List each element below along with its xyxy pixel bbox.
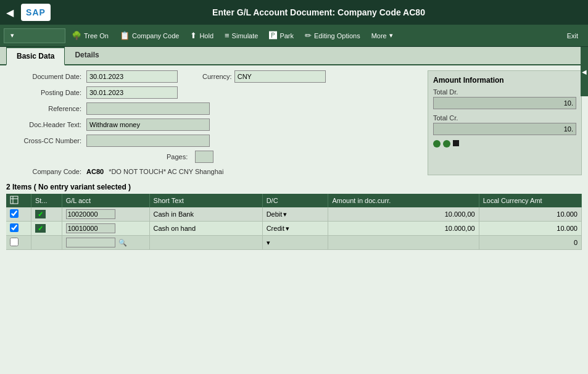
square-icon bbox=[453, 140, 459, 146]
back-button[interactable]: ◀ bbox=[6, 7, 14, 19]
cross-cc-number-input[interactable] bbox=[86, 135, 210, 147]
row3-amount-cell bbox=[328, 236, 479, 250]
hold-icon: ⬆ bbox=[190, 31, 197, 40]
posting-date-input[interactable] bbox=[86, 86, 178, 99]
hold-button[interactable]: ⬆ Hold bbox=[185, 27, 218, 44]
page-title: Enter G/L Account Document: Company Code… bbox=[56, 7, 582, 17]
total-cr-row: Total Cr. 10. bbox=[433, 114, 576, 135]
row1-dc-arrow[interactable]: ▾ bbox=[283, 210, 287, 218]
company-code-form-label: Company Code: bbox=[6, 168, 86, 175]
currency-input[interactable] bbox=[234, 70, 326, 83]
items-section: 2 Items ( No entry variant selected ) St… bbox=[0, 180, 588, 252]
company-code-label: Company Code bbox=[132, 32, 179, 39]
row1-amount-cell: 10.000,00 bbox=[328, 207, 479, 222]
simulate-button[interactable]: ≡ Simulate bbox=[220, 27, 263, 44]
row2-dc-cell: Credit ▾ bbox=[262, 222, 328, 236]
row1-checkbox[interactable] bbox=[10, 209, 19, 218]
exit-button[interactable]: Exit bbox=[561, 31, 584, 41]
svg-rect-0 bbox=[10, 196, 18, 204]
tab-basic-data[interactable]: Basic Data bbox=[6, 47, 65, 65]
table-settings-icon bbox=[10, 196, 19, 204]
toolbar: ▾ 🌳 Tree On 📋 Company Code ⬆ Hold ≡ Simu… bbox=[0, 25, 588, 47]
posting-date-label: Posting Date: bbox=[6, 89, 86, 96]
tree-on-button[interactable]: 🌳 Tree On bbox=[67, 27, 114, 44]
row1-status-cell: ✓ bbox=[31, 207, 62, 222]
row2-dc-value: Credit bbox=[267, 225, 284, 232]
row2-glacct-input[interactable] bbox=[66, 223, 115, 233]
simulate-icon: ≡ bbox=[225, 31, 230, 40]
row3-shorttext-cell bbox=[149, 236, 262, 250]
row1-local-cell: 10.000 bbox=[479, 207, 581, 222]
cross-cc-number-label: Cross-CC Number: bbox=[6, 137, 86, 144]
row2-dc-arrow[interactable]: ▾ bbox=[286, 225, 289, 233]
circle-icon-1 bbox=[433, 140, 441, 148]
app-container: ◀ SAP Enter G/L Account Document: Compan… bbox=[0, 0, 588, 374]
editing-options-button[interactable]: ✏ Editing Options bbox=[300, 27, 365, 44]
col-header-amount: Amount in doc.curr. bbox=[328, 194, 479, 207]
row1-dc-value: Debit bbox=[267, 210, 283, 218]
more-button[interactable]: More ▾ bbox=[366, 27, 398, 44]
pages-row: Pages: bbox=[167, 151, 421, 163]
park-label: Park bbox=[280, 32, 294, 39]
company-code-value: AC80 bbox=[86, 168, 104, 175]
row2-checkbox[interactable] bbox=[10, 223, 19, 232]
tabs: Basic Data Details bbox=[0, 47, 588, 65]
row1-glacct-cell bbox=[62, 207, 149, 222]
amount-info-title: Amount Information bbox=[433, 76, 576, 85]
currency-label: Currency: bbox=[202, 73, 232, 80]
document-date-label: Document Date: bbox=[6, 73, 86, 80]
items-table: St... G/L acct Short Text D/C Amount in … bbox=[6, 194, 582, 250]
col-header-dc: D/C bbox=[262, 194, 328, 207]
company-code-description: *DO NOT TOUCH* AC CNY Shanghai bbox=[109, 168, 223, 175]
row3-glacct-cell: 🔍 bbox=[62, 236, 149, 250]
park-button[interactable]: 🅿 Park bbox=[264, 27, 299, 44]
col-header-local: Local Currency Amt bbox=[479, 194, 581, 207]
form-area: Document Date: Currency: Posting Date: R… bbox=[0, 65, 588, 180]
col-header-shorttext: Short Text bbox=[149, 194, 262, 207]
doc-header-text-input[interactable] bbox=[86, 118, 210, 131]
toolbar-dropdown[interactable]: ▾ bbox=[4, 28, 65, 43]
simulate-label: Simulate bbox=[232, 32, 259, 39]
header-bar: ◀ SAP Enter G/L Account Document: Compan… bbox=[0, 0, 588, 25]
row2-status-icon: ✓ bbox=[35, 224, 46, 233]
row2-amount-cell: 10.000,00 bbox=[328, 222, 479, 236]
row1-checkbox-cell bbox=[6, 207, 31, 222]
row2-glacct-cell bbox=[62, 222, 149, 236]
dropdown-arrow-icon: ▾ bbox=[10, 31, 14, 39]
more-label: More bbox=[371, 32, 387, 39]
row3-dc-cell: ▾ bbox=[262, 236, 328, 250]
col-header-select bbox=[6, 194, 31, 207]
row1-glacct-input[interactable] bbox=[66, 209, 115, 219]
cross-cc-number-row: Cross-CC Number: bbox=[6, 135, 421, 147]
circle-icon-2 bbox=[443, 140, 450, 148]
row2-shorttext-cell: Cash on hand bbox=[149, 222, 262, 236]
reference-input[interactable] bbox=[86, 102, 210, 115]
pages-label: Pages: bbox=[167, 153, 193, 160]
company-code-button[interactable]: 📋 Company Code bbox=[115, 27, 184, 44]
row2-checkbox-cell bbox=[6, 222, 31, 236]
row3-dc-arrow[interactable]: ▾ bbox=[267, 239, 270, 246]
sap-logo: SAP bbox=[21, 4, 51, 21]
document-date-input[interactable] bbox=[86, 70, 178, 83]
editing-options-label: Editing Options bbox=[314, 32, 360, 39]
table-row: ✓ Cash in Bank Debit ▾ 10.000,00 bbox=[6, 207, 582, 222]
editing-options-icon: ✏ bbox=[305, 31, 312, 40]
search-entry-icon[interactable]: 🔍 bbox=[118, 239, 127, 246]
table-header-row: St... G/L acct Short Text D/C Amount in … bbox=[6, 194, 582, 207]
total-dr-label: Total Dr. bbox=[433, 88, 576, 96]
total-dr-row: Total Dr. 10. bbox=[433, 88, 576, 109]
table-row: ✓ Cash on hand Credit ▾ 10.000,00 bbox=[6, 222, 582, 236]
park-icon: 🅿 bbox=[269, 31, 277, 40]
row3-glacct-input[interactable] bbox=[66, 238, 115, 247]
company-code-row: Company Code: AC80 *DO NOT TOUCH* AC CNY… bbox=[6, 168, 421, 175]
total-cr-label: Total Cr. bbox=[433, 114, 576, 122]
items-header: 2 Items ( No entry variant selected ) bbox=[6, 183, 582, 191]
col-header-glacct: G/L acct bbox=[62, 194, 149, 207]
row2-status-cell: ✓ bbox=[31, 222, 62, 236]
table-row-new: 🔍 ▾ 0 bbox=[6, 236, 582, 250]
tab-details[interactable]: Details bbox=[65, 47, 109, 64]
row3-checkbox[interactable] bbox=[10, 238, 19, 246]
pages-input[interactable] bbox=[195, 151, 213, 163]
right-scroll-handle[interactable]: ◀ bbox=[581, 47, 588, 96]
doc-header-text-label: Doc.Header Text: bbox=[6, 121, 86, 128]
